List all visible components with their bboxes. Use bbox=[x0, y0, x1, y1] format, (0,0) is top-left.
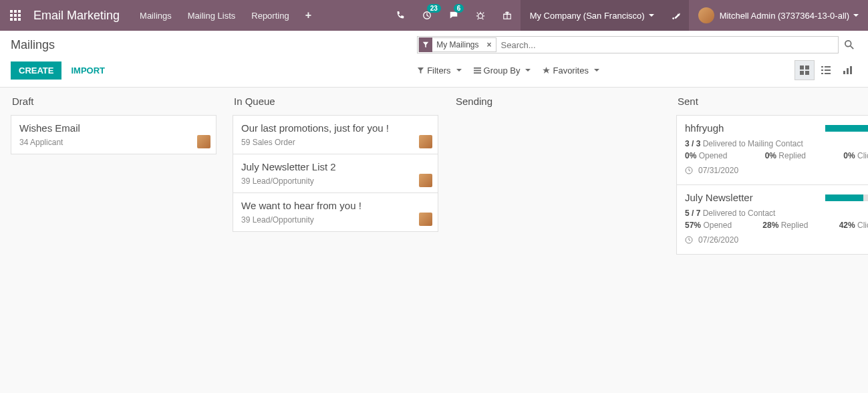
card-title: July Newsletter List 2 bbox=[241, 161, 430, 172]
phone-icon[interactable] bbox=[387, 0, 414, 31]
svg-rect-19 bbox=[805, 71, 809, 75]
kanban-column-sent: Sent hhfryugh 3 / 3 Delivered to Mailing… bbox=[666, 96, 868, 392]
kanban-card[interactable]: hhfryugh 3 / 3 Delivered to Mailing Cont… bbox=[676, 115, 868, 185]
delivered-line: 3 / 3 Delivered to Mailing Contact bbox=[685, 139, 868, 148]
avatar bbox=[698, 7, 714, 23]
date-row: 07/26/2020 bbox=[685, 235, 868, 245]
favorites-label: Favorites bbox=[553, 66, 588, 76]
favorites-dropdown[interactable]: Favorites bbox=[543, 66, 599, 76]
discuss-badge: 6 bbox=[454, 4, 464, 13]
date-row: 07/31/2020 bbox=[685, 166, 868, 175]
avatar bbox=[419, 135, 432, 148]
breadcrumb: Mailings bbox=[11, 38, 417, 52]
graph-view-button[interactable] bbox=[837, 60, 857, 80]
debug-icon[interactable] bbox=[467, 0, 494, 31]
column-title[interactable]: Draft bbox=[11, 96, 216, 107]
stats-row: 57% Opened 28% Replied 42% Clicks bbox=[685, 221, 868, 230]
nav-item-reporting[interactable]: Reporting bbox=[243, 0, 297, 31]
svg-rect-2 bbox=[18, 10, 21, 13]
list-view-button[interactable] bbox=[816, 60, 836, 80]
svg-rect-17 bbox=[805, 66, 809, 70]
search-box[interactable]: My Mailings × bbox=[417, 36, 839, 53]
chevron-down-icon bbox=[649, 14, 654, 17]
nav-item-new[interactable]: + bbox=[297, 0, 319, 31]
import-button[interactable]: IMPORT bbox=[65, 61, 110, 80]
card-subtitle: 39 Lead/Opportunity bbox=[241, 176, 430, 186]
filters-dropdown[interactable]: Filters bbox=[417, 66, 461, 76]
progress-bar bbox=[825, 125, 868, 132]
kanban-card[interactable]: Wishes Email 34 Applicant bbox=[11, 115, 216, 154]
groupby-dropdown[interactable]: Group By bbox=[474, 66, 531, 76]
svg-rect-7 bbox=[14, 18, 17, 21]
card-title: Our last promotions, just for you ! bbox=[241, 122, 430, 134]
svg-rect-26 bbox=[843, 71, 845, 74]
stats-row: 0% Opened 0% Replied 0% Clicks bbox=[685, 151, 868, 160]
svg-rect-22 bbox=[821, 70, 823, 71]
create-button[interactable]: CREATE bbox=[11, 61, 61, 80]
card-title: hhfryugh bbox=[685, 122, 724, 134]
kanban-board: Draft Wishes Email 34 Applicant In Queue… bbox=[0, 88, 868, 392]
user-menu[interactable]: Mitchell Admin (3737364-13-0-all) bbox=[689, 0, 868, 31]
svg-rect-28 bbox=[850, 66, 852, 74]
control-panel: Mailings My Mailings × CREATE IMPORT bbox=[0, 31, 868, 88]
avatar bbox=[419, 174, 432, 187]
discuss-icon[interactable]: 6 bbox=[440, 0, 467, 31]
svg-point-10 bbox=[478, 13, 482, 18]
svg-rect-0 bbox=[10, 10, 13, 13]
topnav: Email Marketing Mailings Mailing Lists R… bbox=[0, 0, 868, 31]
kanban-column-draft: Draft Wishes Email 34 Applicant bbox=[0, 96, 222, 392]
svg-rect-3 bbox=[10, 14, 13, 17]
clock-icon bbox=[685, 236, 693, 244]
app-title: Email Marketing bbox=[31, 9, 132, 23]
svg-rect-15 bbox=[474, 72, 481, 74]
chevron-down-icon bbox=[525, 69, 531, 72]
chevron-down-icon bbox=[456, 69, 462, 72]
svg-rect-5 bbox=[18, 14, 21, 17]
column-title[interactable]: In Queue bbox=[233, 96, 438, 107]
card-title: July Newsletter bbox=[685, 192, 753, 203]
nav-item-mailings[interactable]: Mailings bbox=[132, 0, 180, 31]
svg-rect-21 bbox=[825, 66, 831, 68]
apps-icon[interactable] bbox=[0, 0, 31, 31]
company-switcher[interactable]: My Company (San Francisco) bbox=[521, 0, 664, 31]
avatar bbox=[197, 135, 210, 148]
gift-icon[interactable] bbox=[494, 0, 521, 31]
svg-rect-25 bbox=[825, 73, 831, 74]
svg-rect-4 bbox=[14, 14, 17, 17]
kanban-card[interactable]: July Newsletter List 2 39 Lead/Opportuni… bbox=[233, 154, 438, 193]
dev-tools-icon[interactable] bbox=[664, 0, 689, 31]
svg-rect-13 bbox=[474, 67, 481, 68]
search-icon[interactable] bbox=[841, 40, 857, 49]
groupby-label: Group By bbox=[484, 66, 521, 76]
card-subtitle: 34 Applicant bbox=[19, 138, 208, 147]
column-title[interactable]: Sending bbox=[454, 96, 660, 107]
nav-item-mailing-lists[interactable]: Mailing Lists bbox=[180, 0, 244, 31]
delivered-line: 5 / 7 Delivered to Contact bbox=[685, 209, 868, 218]
svg-rect-23 bbox=[825, 70, 831, 71]
kanban-card[interactable]: July Newsletter 5 / 7 Delivered to Conta… bbox=[676, 184, 868, 255]
facet-remove[interactable]: × bbox=[483, 40, 496, 49]
avatar bbox=[419, 213, 432, 226]
svg-rect-16 bbox=[800, 66, 804, 70]
filter-icon bbox=[419, 37, 432, 52]
svg-rect-18 bbox=[800, 71, 804, 75]
facet-label: My Mailings bbox=[432, 40, 482, 49]
search-input[interactable] bbox=[497, 37, 838, 52]
card-subtitle: 59 Sales Order bbox=[241, 138, 430, 147]
column-title[interactable]: Sent bbox=[676, 96, 868, 107]
clock-icon bbox=[685, 166, 693, 174]
progress-bar bbox=[825, 194, 868, 201]
chevron-down-icon bbox=[853, 14, 859, 17]
company-name: My Company (San Francisco) bbox=[530, 11, 645, 21]
kanban-card[interactable]: Our last promotions, just for you ! 59 S… bbox=[233, 115, 438, 154]
filters-label: Filters bbox=[427, 66, 450, 76]
card-title: We want to hear from you ! bbox=[241, 200, 430, 211]
search-facet: My Mailings × bbox=[418, 37, 496, 52]
svg-rect-27 bbox=[847, 68, 849, 74]
kanban-view-button[interactable] bbox=[794, 60, 815, 80]
kanban-column-queue: In Queue Our last promotions, just for y… bbox=[222, 96, 444, 392]
kanban-card[interactable]: We want to hear from you ! 39 Lead/Oppor… bbox=[233, 192, 438, 232]
chevron-down-icon bbox=[594, 69, 599, 72]
activities-icon[interactable]: 23 bbox=[414, 0, 440, 31]
card-subtitle: 39 Lead/Opportunity bbox=[241, 215, 430, 225]
